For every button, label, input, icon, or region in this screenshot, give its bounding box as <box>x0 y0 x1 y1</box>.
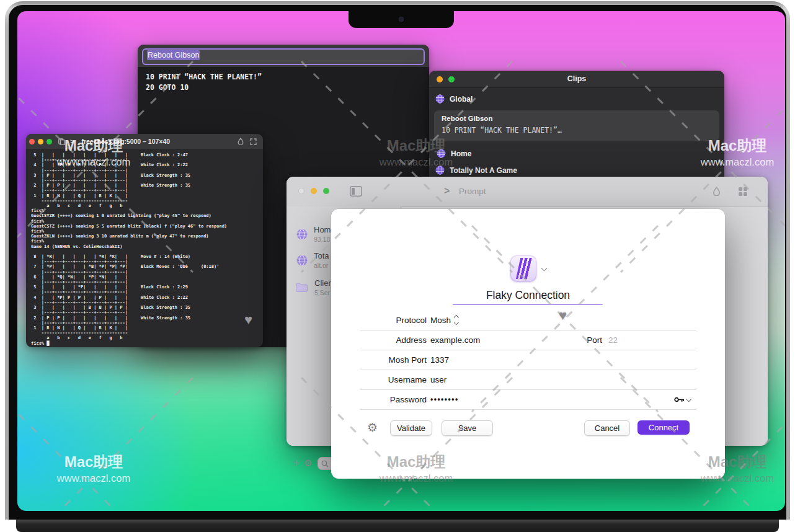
divider <box>360 409 696 410</box>
username-row: Username user <box>331 370 725 389</box>
laptop-bezel: Reboot Gibson 10 PRINT “HACK THE PLANET!… <box>9 5 786 520</box>
stepper-chevrons-icon <box>455 316 458 324</box>
camera-dot <box>399 17 404 22</box>
macbook-notch <box>349 11 454 28</box>
address-row: Address example.com Port 22 <box>331 330 725 350</box>
chevron-down-icon <box>686 397 691 402</box>
item-label: Clier <box>314 278 331 288</box>
clips-item-home[interactable]: Home <box>437 149 471 158</box>
globe-icon <box>435 166 445 175</box>
terminal-output[interactable]: 5 | | | | | | | | | Black Clock : 2:47 |… <box>31 153 227 346</box>
save-button[interactable]: Save <box>442 420 493 436</box>
port-label: Port <box>565 335 602 345</box>
item-subtitle: 5 Ser <box>314 289 331 296</box>
username-field[interactable]: user <box>430 375 446 384</box>
minimize-button[interactable] <box>311 188 317 194</box>
prompt-window-title: Prompt <box>459 187 486 196</box>
validate-button[interactable]: Validate <box>390 420 432 436</box>
clips-window-title: Clips <box>429 74 724 83</box>
address-label: Address <box>356 335 427 345</box>
protocol-label: Protocol <box>356 316 427 325</box>
terminal-title: freechess.org:5000 – 107×40 <box>81 138 170 145</box>
clip-name-input[interactable]: Reboot Gibson <box>142 48 425 65</box>
minimize-button[interactable] <box>38 139 43 144</box>
mosh-port-label: Mosh Port <box>356 355 427 365</box>
globe-icon <box>435 94 445 104</box>
desktop-wallpaper: Reboot Gibson 10 PRINT “HACK THE PLANET!… <box>17 11 785 511</box>
sidebar-item-home[interactable]: Hom93.18 <box>296 225 331 243</box>
close-button[interactable] <box>298 188 304 194</box>
sidebar-item-totally[interactable]: Totaalt.or <box>296 251 329 269</box>
gear-icon[interactable]: ⚙ <box>304 458 312 469</box>
password-label: Password <box>356 395 427 404</box>
cancel-button[interactable]: Cancel <box>584 420 630 436</box>
add-button[interactable]: + <box>293 457 300 469</box>
password-field[interactable]: •••••••• <box>430 395 459 404</box>
prompt-app-icon[interactable] <box>510 255 536 282</box>
globe-icon <box>296 255 308 266</box>
protocol-row: Protocol Mosh <box>331 310 725 330</box>
prompt-chevron-icon: > <box>70 138 74 145</box>
app-icon-stripes <box>514 258 533 279</box>
close-button[interactable] <box>29 139 35 144</box>
protocol-select[interactable]: Mosh <box>430 316 458 325</box>
clips-item-totally-not-a-game[interactable]: Totally Not A Game <box>435 166 517 175</box>
terminal-window: > freechess.org:5000 – 107×40 5 | | | | … <box>26 134 263 347</box>
grid-view-icon[interactable] <box>738 187 748 199</box>
search-icon <box>321 460 329 468</box>
sidebar-item-clients[interactable]: Clier5 Ser <box>295 278 331 296</box>
dialog-title: Flaky Connection <box>331 289 725 302</box>
item-subtitle: alt.or <box>314 262 329 269</box>
copy-icon[interactable] <box>58 138 65 145</box>
item-subtitle: 93.18 <box>314 236 331 243</box>
clip-editor-titlebar[interactable]: Reboot Gibson <box>138 45 429 67</box>
connect-button[interactable]: Connect <box>637 420 690 435</box>
section-label: Global <box>450 95 473 104</box>
username-label: Username <box>356 375 427 384</box>
theme-droplet-icon[interactable] <box>238 138 244 145</box>
clips-window: Clips Global Reboot Gibson 10 PRINT “HAC… <box>429 71 724 179</box>
zoom-button[interactable] <box>323 188 329 194</box>
sidebar-toggle-icon[interactable] <box>350 186 362 199</box>
key-icon <box>674 396 685 403</box>
item-label: Home <box>451 149 471 158</box>
chevron-down-icon[interactable] <box>541 265 548 272</box>
mosh-port-field[interactable]: 1337 <box>430 355 449 365</box>
selected-text: Reboot Gibson <box>147 50 200 60</box>
watermark: Mac助理www.maczl.com <box>41 454 146 486</box>
globe-icon <box>296 229 308 240</box>
password-options-button[interactable] <box>674 396 691 403</box>
fullscreen-icon[interactable] <box>250 138 257 145</box>
terminal-titlebar[interactable]: > freechess.org:5000 – 107×40 <box>26 134 263 149</box>
clip-item-selected[interactable]: Reboot Gibson 10 PRINT “HACK THE PLANET!… <box>434 110 719 141</box>
laptop-lid: Reboot Gibson 10 PRINT “HACK THE PLANET!… <box>5 1 790 520</box>
mosh-port-row: Mosh Port 1337 <box>331 350 725 370</box>
item-label: Hom <box>314 225 331 234</box>
connection-dialog: Flaky Connection Protocol Mosh Address e… <box>331 209 725 479</box>
laptop-chassis <box>16 520 779 532</box>
item-label: Totally Not A Game <box>450 166 517 175</box>
password-row: Password •••••••• <box>331 389 725 409</box>
port-field[interactable]: 22 <box>608 335 618 345</box>
clip-item-preview: 10 PRINT “HACK THE PLANET!”… <box>442 126 562 135</box>
globe-icon <box>437 149 446 158</box>
zoom-button[interactable] <box>47 139 52 144</box>
clip-item-title: Reboot Gibson <box>442 115 492 122</box>
prompt-titlebar[interactable]: > Prompt <box>286 177 768 207</box>
session-chevron-icon: > <box>444 185 450 197</box>
theme-droplet-icon[interactable] <box>713 187 721 198</box>
item-label: Tota <box>314 251 329 260</box>
title-underline <box>453 304 603 305</box>
clips-section-global[interactable]: Global <box>435 94 473 104</box>
folder-icon <box>295 282 308 293</box>
settings-gear-icon[interactable]: ⚙ <box>367 420 378 435</box>
address-field[interactable]: example.com <box>430 335 480 345</box>
clip-code-content[interactable]: 10 PRINT “HACK THE PLANET!” 20 GOTO 10 <box>146 72 262 93</box>
clips-titlebar[interactable]: Clips <box>429 71 724 88</box>
